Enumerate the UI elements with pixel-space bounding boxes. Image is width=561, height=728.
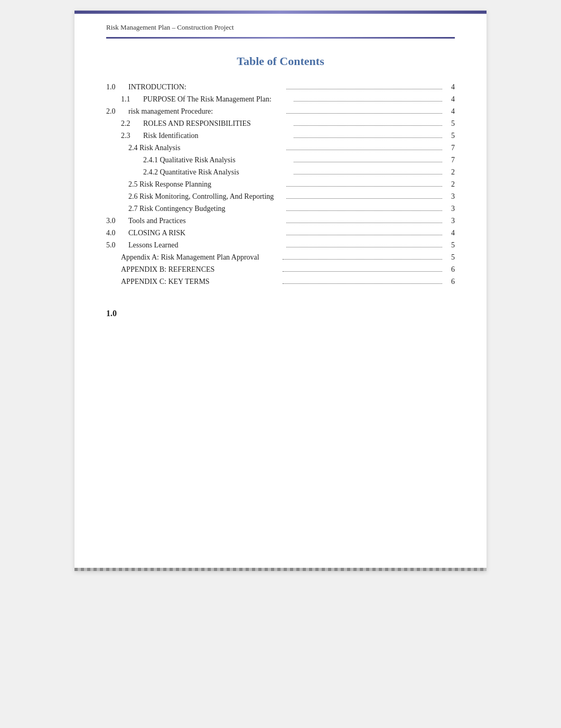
toc-dots-2.6 <box>286 198 442 199</box>
toc-page-appB: 6 <box>444 265 455 274</box>
toc-label-2.4.1: 2.4.1 Qualitative Risk Analysis <box>143 156 292 164</box>
toc-dots-2.3 <box>294 137 442 138</box>
toc-list: 1.0 INTRODUCTION: 4 1.1 PURPOSE Of The R… <box>106 81 455 288</box>
toc-label-1.0: INTRODUCTION: <box>128 83 284 91</box>
toc-num-1.1: 1.1 <box>121 95 143 104</box>
toc-entry-2.4.2: 2.4.2 Quantitative Risk Analysis 2 <box>106 166 455 178</box>
toc-entry-1.0: 1.0 INTRODUCTION: 4 <box>106 81 455 93</box>
toc-label-appA: Appendix A: Risk Management Plan Approva… <box>121 253 280 262</box>
toc-label-2.0: risk management Procedure: <box>128 107 284 116</box>
toc-page-2.5: 2 <box>444 180 455 189</box>
toc-entry-appA: Appendix A: Risk Management Plan Approva… <box>106 251 455 263</box>
toc-dots-appC <box>283 283 442 284</box>
toc-dots-2.4.1 <box>294 162 442 162</box>
section-marker-1.0: 1.0 <box>106 309 455 318</box>
toc-page-2.3: 5 <box>444 132 455 140</box>
toc-label-2.6: 2.6 Risk Monitoring, Controlling, And Re… <box>128 192 284 201</box>
toc-page-2.4.1: 7 <box>444 156 455 164</box>
toc-entry-2.4.1: 2.4.1 Qualitative Risk Analysis 7 <box>106 154 455 166</box>
toc-dots-2.0 <box>286 113 442 114</box>
toc-page-1.1: 4 <box>444 95 455 104</box>
toc-label-1.1: PURPOSE Of The Risk Management Plan: <box>143 95 292 104</box>
document-title: Risk Management Plan – Construction Proj… <box>106 23 234 31</box>
toc-num-5.0: 5.0 <box>106 241 128 250</box>
toc-dots-appA <box>283 259 442 260</box>
toc-entry-5.0: 5.0 Lessons Learned 5 <box>106 239 455 251</box>
toc-dots-4.0 <box>286 235 442 235</box>
toc-num-1.0: 1.0 <box>106 83 128 91</box>
toc-dots-2.7 <box>286 210 442 211</box>
toc-entry-appB: APPENDIX B: REFERENCES 6 <box>106 263 455 275</box>
toc-dots-1.1 <box>294 101 442 102</box>
toc-page-2.2: 5 <box>444 119 455 128</box>
toc-page-2.6: 3 <box>444 192 455 201</box>
toc-num-3.0: 3.0 <box>106 217 128 225</box>
toc-dots-2.2 <box>294 125 442 126</box>
toc-title: Table of Contents <box>106 54 455 68</box>
toc-dots-1.0 <box>286 89 442 89</box>
toc-entry-2.3: 2.3 Risk Identification 5 <box>106 130 455 142</box>
toc-label-2.2: ROLES AND RESPONSIBILITIES <box>143 119 292 128</box>
toc-entry-2.2: 2.2 ROLES AND RESPONSIBILITIES 5 <box>106 117 455 130</box>
toc-page-appC: 6 <box>444 278 455 286</box>
toc-label-2.4.2: 2.4.2 Quantitative Risk Analysis <box>143 168 292 177</box>
toc-dots-appB <box>283 271 442 272</box>
toc-page-4.0: 4 <box>444 229 455 237</box>
toc-entry-3.0: 3.0 Tools and Practices 3 <box>106 215 455 227</box>
bottom-bar <box>74 568 487 571</box>
toc-entry-4.0: 4.0 CLOSING A RISK 4 <box>106 227 455 239</box>
toc-page-3.0: 3 <box>444 217 455 225</box>
toc-num-4.0: 4.0 <box>106 229 128 237</box>
toc-page-5.0: 5 <box>444 241 455 250</box>
toc-label-appC: APPENDIX C: KEY TERMS <box>121 278 280 286</box>
toc-label-2.5: 2.5 Risk Response Planning <box>128 180 284 189</box>
toc-page-appA: 5 <box>444 253 455 262</box>
toc-label-5.0: Lessons Learned <box>128 241 284 250</box>
toc-entry-2.6: 2.6 Risk Monitoring, Controlling, And Re… <box>106 190 455 202</box>
toc-entry-2.0: 2.0 risk management Procedure: 4 <box>106 105 455 117</box>
toc-dots-2.4 <box>286 150 442 150</box>
toc-label-2.7: 2.7 Risk Contingency Budgeting <box>128 205 284 213</box>
page: Risk Management Plan – Construction Proj… <box>74 11 487 571</box>
toc-entry-2.4: 2.4 Risk Analysis 7 <box>106 142 455 154</box>
toc-dots-3.0 <box>286 223 442 223</box>
toc-page-1.0: 4 <box>444 83 455 91</box>
toc-label-2.4: 2.4 Risk Analysis <box>128 144 284 152</box>
toc-label-3.0: Tools and Practices <box>128 217 284 225</box>
toc-entry-2.5: 2.5 Risk Response Planning 2 <box>106 178 455 190</box>
toc-num-2.3: 2.3 <box>121 132 143 140</box>
toc-label-2.3: Risk Identification <box>143 132 292 140</box>
toc-page-2.4: 7 <box>444 144 455 152</box>
toc-entry-appC: APPENDIX C: KEY TERMS 6 <box>106 275 455 288</box>
toc-label-appB: APPENDIX B: REFERENCES <box>121 265 280 274</box>
main-content: Table of Contents 1.0 INTRODUCTION: 4 1.… <box>74 39 487 339</box>
toc-dots-2.4.2 <box>294 174 442 174</box>
toc-dots-2.5 <box>286 186 442 187</box>
toc-num-2.2: 2.2 <box>121 119 143 128</box>
document-header: Risk Management Plan – Construction Proj… <box>74 14 487 37</box>
toc-label-4.0: CLOSING A RISK <box>128 229 284 237</box>
toc-page-2.0: 4 <box>444 107 455 116</box>
toc-page-2.4.2: 2 <box>444 168 455 177</box>
toc-entry-1.1: 1.1 PURPOSE Of The Risk Management Plan:… <box>106 93 455 105</box>
toc-page-2.7: 3 <box>444 205 455 213</box>
toc-dots-5.0 <box>286 247 442 247</box>
toc-num-2.0: 2.0 <box>106 107 128 116</box>
toc-entry-2.7: 2.7 Risk Contingency Budgeting 3 <box>106 202 455 215</box>
